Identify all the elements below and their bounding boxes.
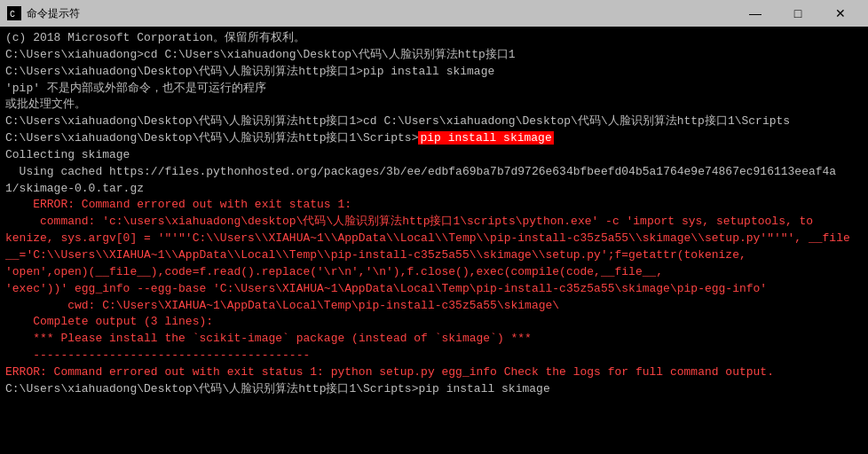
close-button[interactable]: ✕: [820, 0, 861, 27]
terminal-line: 'exec'))' egg_info --egg-base 'C:\Users\…: [5, 281, 863, 298]
terminal-line: ERROR: Command errored out with exit sta…: [5, 197, 863, 214]
terminal-line: C:\Users\xiahuadong\Desktop\代码\人脸识别算法htt…: [5, 381, 863, 398]
terminal-line: 'pip' 不是内部或外部命令，也不是可运行的程序: [5, 81, 863, 98]
terminal-line: C:\Users\xiahuadong>cd C:\Users\xiahuado…: [5, 47, 863, 64]
window-title: 命令提示符: [27, 6, 735, 21]
terminal-line: Collecting skimage: [5, 147, 863, 164]
terminal-line: __='C:\\Users\\XIAHUA~1\\AppData\\Local\…: [5, 247, 863, 264]
terminal-line: Using cached https://files.pythonhosted.…: [5, 164, 863, 181]
terminal-line: ERROR: Command errored out with exit sta…: [5, 364, 863, 381]
terminal-line: (c) 2018 Microsoft Corporation。保留所有权利。: [5, 30, 863, 47]
terminal-line: 或批处理文件。: [5, 97, 863, 114]
terminal-line: ----------------------------------------: [5, 348, 863, 364]
window-icon: C: [7, 6, 21, 20]
cmd-window: C 命令提示符 — □ ✕ (c) 2018 Microsoft Corpora…: [0, 0, 868, 454]
svg-text:C: C: [10, 10, 15, 20]
terminal-line: Complete output (3 lines):: [5, 314, 863, 331]
maximize-button[interactable]: □: [777, 0, 818, 27]
terminal-line: *** Please install the `scikit-image` pa…: [5, 331, 863, 348]
terminal-line: command: 'c:\users\xiahuadong\desktop\代码…: [5, 214, 863, 231]
terminal-line: C:\Users\xiahuadong\Desktop\代码\人脸识别算法htt…: [5, 130, 863, 147]
terminal-line: cwd: C:\Users\XIAHUA~1\AppData\Local\Tem…: [5, 298, 863, 315]
terminal-line: 'open',open)(__file__),code=f.read().rep…: [5, 264, 863, 281]
window-controls: — □ ✕: [735, 0, 861, 27]
titlebar: C 命令提示符 — □ ✕: [0, 0, 868, 27]
terminal-line: 1/skimage-0.0.tar.gz: [5, 181, 863, 198]
terminal-line: C:\Users\xiahuadong\Desktop\代码\人脸识别算法htt…: [5, 64, 863, 81]
terminal-line: kenize, sys.argv[0] = '"'"'C:\\Users\\XI…: [5, 231, 863, 247]
terminal-line: C:\Users\xiahuadong\Desktop\代码\人脸识别算法htt…: [5, 114, 863, 130]
minimize-button[interactable]: —: [735, 0, 776, 27]
terminal-body[interactable]: (c) 2018 Microsoft Corporation。保留所有权利。C:…: [0, 27, 868, 454]
